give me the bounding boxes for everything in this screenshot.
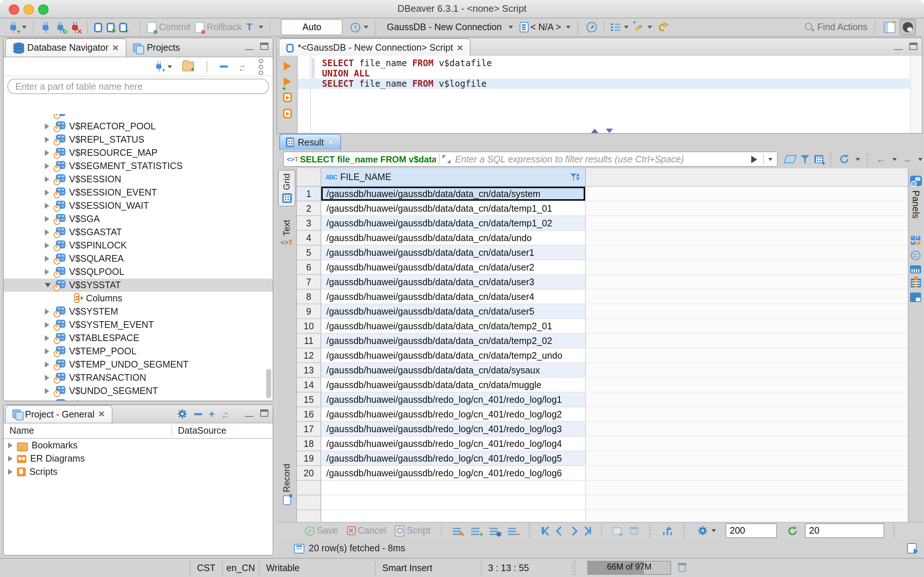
splitter-controls[interactable] xyxy=(591,129,613,133)
editor-scrollbar[interactable] xyxy=(910,56,922,133)
cancel-button[interactable]: ✕Cancel xyxy=(347,525,386,536)
row-number[interactable]: 3 xyxy=(297,216,321,231)
tab-projects[interactable]: Projects xyxy=(126,39,186,56)
file-name-cell[interactable]: /gaussdb/huawei/gaussdb/redo_log/cn_401/… xyxy=(321,437,586,451)
expand-all-icon[interactable]: + xyxy=(209,409,214,418)
expand-arrow-icon[interactable] xyxy=(8,456,17,462)
tab-grid[interactable]: Grid xyxy=(278,170,295,206)
tab-text[interactable]: Text <>T xyxy=(278,217,295,249)
schema-selector[interactable]: < N/A > xyxy=(519,22,571,32)
column-header-file-name[interactable]: ABC FILE_NAME ▲▼ xyxy=(321,168,586,187)
expand-arrow-icon[interactable] xyxy=(45,163,54,169)
refresh-icon[interactable] xyxy=(840,154,849,164)
filter-history-dropdown-icon[interactable] xyxy=(768,158,772,161)
expand-arrow-icon[interactable] xyxy=(45,190,54,195)
dbeaver-perspective-button[interactable] xyxy=(900,19,916,35)
edit-cell-button[interactable]: ✎ xyxy=(453,527,463,535)
file-name-cell[interactable]: /gaussdb/huawei/gaussdb/data/data_cn/dat… xyxy=(321,231,586,245)
column-header-datasource[interactable]: DataSource xyxy=(172,425,226,436)
expand-arrow-icon[interactable] xyxy=(45,269,54,275)
delete-row-button[interactable]: − xyxy=(508,527,518,535)
tree-item-v$reactor_pool[interactable]: V$REACTOR_POOL xyxy=(4,120,273,133)
expand-arrow-icon[interactable] xyxy=(8,443,17,448)
connect-button[interactable] xyxy=(40,22,51,33)
sql-line[interactable]: UNION ALL xyxy=(298,68,922,79)
row-number[interactable]: 17 xyxy=(297,422,321,437)
expand-arrow-icon[interactable] xyxy=(45,322,54,328)
table-row[interactable]: 5/gaussdb/huawei/gaussdb/data/data_cn/da… xyxy=(297,245,908,260)
tree-item-v$undo_segment[interactable]: V$UNDO_SEGMENT xyxy=(4,384,273,398)
new-sql-editor-button[interactable]: + xyxy=(119,23,134,32)
file-name-cell[interactable]: /gaussdb/huawei/gaussdb/data/data_cn/dat… xyxy=(321,304,586,319)
save-button[interactable]: ✓Save xyxy=(305,525,338,536)
compare-button[interactable] xyxy=(633,22,652,33)
next-dropdown-icon[interactable] xyxy=(918,158,922,161)
link-arrows-icon[interactable] xyxy=(221,409,232,418)
open-perspective-button[interactable] xyxy=(884,22,895,33)
table-row[interactable]: 3/gaussdb/huawei/gaussdb/data/data_cn/da… xyxy=(297,216,908,231)
tab-database-navigator[interactable]: Database Navigator ✕ xyxy=(5,38,126,56)
row-number[interactable]: 10 xyxy=(297,319,321,334)
expand-arrow-icon[interactable] xyxy=(8,469,17,475)
execute-script-new-button[interactable] xyxy=(283,109,292,118)
apply-filter-icon[interactable] xyxy=(751,155,757,163)
table-row[interactable]: 2/gaussdb/huawei/gaussdb/data/data_cn/da… xyxy=(297,201,908,216)
tree-item-v$transaction[interactable]: V$TRANSACTION xyxy=(4,371,273,384)
table-row[interactable]: 8/gaussdb/huawei/gaussdb/data/data_cn/da… xyxy=(297,290,908,304)
file-name-cell[interactable]: /gaussdb/huawei/gaussdb/data/data_cn/dat… xyxy=(321,260,586,275)
expand-arrow-icon[interactable] xyxy=(45,348,54,354)
garbage-collect-icon[interactable] xyxy=(679,563,687,572)
new-connection-toolbar-button[interactable]: + xyxy=(154,61,172,72)
expand-arrow-icon[interactable] xyxy=(45,243,54,248)
row-number[interactable]: 9 xyxy=(297,304,321,319)
table-row[interactable]: 10/gaussdb/huawei/gaussdb/data/data_cn/d… xyxy=(297,319,908,334)
save-filter-icon[interactable] xyxy=(800,155,810,164)
expand-arrow-icon[interactable] xyxy=(45,362,54,367)
find-actions-button[interactable]: Find Actions xyxy=(805,22,868,32)
tab-project-general[interactable]: Project - General ✕ xyxy=(5,405,112,423)
calc-panel-icon[interactable] xyxy=(910,236,921,245)
collapse-all-button[interactable] xyxy=(220,65,228,68)
next-row-button[interactable] xyxy=(568,526,577,535)
filter-input[interactable]: <>T SELECT file_name FROM v$data Enter a… xyxy=(283,152,778,167)
file-name-cell[interactable]: /gaussdb/huawei/gaussdb/data/data_cn/dat… xyxy=(321,363,586,378)
row-number[interactable]: 6 xyxy=(297,260,321,275)
transaction-mode-button[interactable]: T xyxy=(247,22,263,32)
table-row[interactable]: 6/gaussdb/huawei/gaussdb/data/data_cn/da… xyxy=(297,260,908,275)
table-row[interactable]: 1/gaussdb/huawei/gaussdb/data/data_cn/da… xyxy=(297,187,908,201)
row-number[interactable]: 4 xyxy=(297,231,321,245)
tree-item-v$repl_status[interactable]: V$REPL_STATUS xyxy=(4,133,273,146)
row-number[interactable]: 20 xyxy=(297,466,321,481)
fetch-next-icon[interactable]: → xyxy=(902,155,911,164)
table-row[interactable]: 20/gaussdb/huawei/gaussdb/redo_log/cn_40… xyxy=(297,466,908,481)
collapse-all-icon[interactable] xyxy=(194,413,202,415)
fetch-prev-icon[interactable]: ← xyxy=(876,155,886,164)
tree-item-v$segment_statistics[interactable]: V$SEGMENT_STATISTICS xyxy=(4,160,273,173)
tree-item-v$system[interactable]: V$SYSTEM xyxy=(4,305,273,318)
file-name-cell[interactable]: /gaussdb/huawei/gaussdb/redo_log/cn_401/… xyxy=(321,451,586,466)
rollback-button[interactable]: Rollback xyxy=(195,22,242,33)
maximize-panel-icon[interactable] xyxy=(260,409,268,417)
table-row[interactable]: 19/gaussdb/huawei/gaussdb/redo_log/cn_40… xyxy=(297,451,908,466)
expand-arrow-icon[interactable] xyxy=(45,256,54,262)
tree-item-v$session_wait[interactable]: V$SESSION_WAIT xyxy=(4,199,273,213)
locale-status[interactable]: en_CN xyxy=(222,561,259,574)
tab-record[interactable]: Record xyxy=(278,461,295,508)
back-button[interactable] xyxy=(657,22,670,33)
tree-item-v$sgastat[interactable]: V$SGASTAT xyxy=(4,226,273,239)
new-connection-button[interactable]: + xyxy=(8,22,26,33)
tree-item-v$session_event[interactable]: V$SESSION_EVENT xyxy=(4,186,273,199)
fetch-size-input[interactable]: 200 xyxy=(726,523,777,538)
table-row[interactable]: 18/gaussdb/huawei/gaussdb/redo_log/cn_40… xyxy=(297,437,908,451)
reconnect-button[interactable]: ↻ xyxy=(55,22,65,33)
zoom-value-button[interactable] xyxy=(630,527,638,534)
file-name-cell[interactable]: /gaussdb/huawei/gaussdb/data/data_cn/dat… xyxy=(321,245,586,260)
file-name-cell[interactable]: /gaussdb/huawei/gaussdb/data/data_cn/dat… xyxy=(321,216,586,231)
first-row-button[interactable] xyxy=(542,527,551,534)
column-header-name[interactable]: Name xyxy=(4,425,172,436)
panels-icon[interactable] xyxy=(909,176,921,186)
row-number[interactable]: 5 xyxy=(297,245,321,260)
table-row[interactable]: 17/gaussdb/huawei/gaussdb/redo_log/cn_40… xyxy=(297,422,908,437)
value-viewer-icon[interactable] xyxy=(911,251,920,260)
tree-item-v$sysstat[interactable]: V$SYSSTAT xyxy=(4,279,273,292)
